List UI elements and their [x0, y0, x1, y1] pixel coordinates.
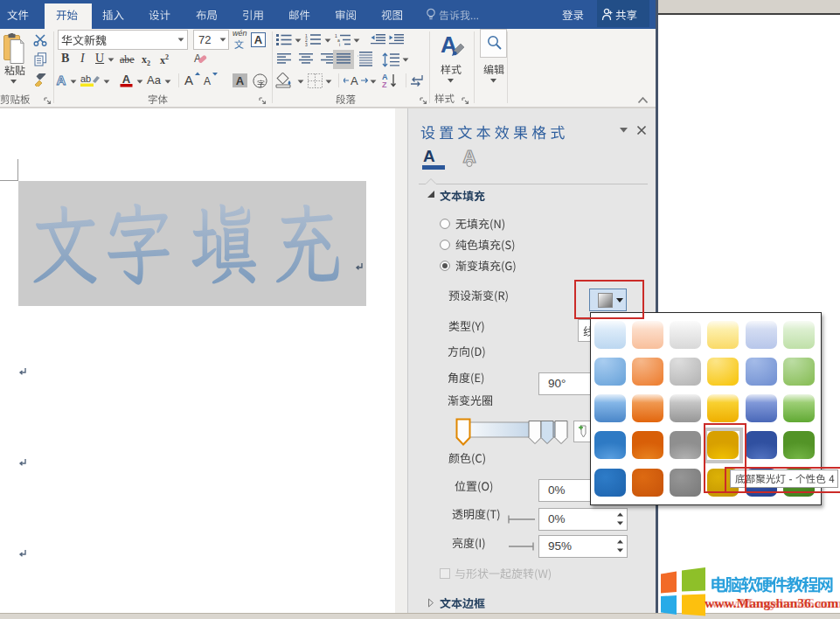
svg-text:A: A	[236, 74, 245, 87]
svg-text:A: A	[254, 33, 263, 46]
svg-text:i: i	[339, 42, 340, 46]
svg-text:ab: ab	[80, 73, 91, 84]
svg-text:A: A	[57, 73, 66, 87]
svg-text:A: A	[122, 73, 131, 86]
svg-text:3: 3	[305, 42, 308, 47]
svg-text:A: A	[351, 74, 358, 87]
svg-text:A: A	[204, 75, 211, 87]
svg-text:A: A	[184, 73, 193, 87]
svg-text:Z: Z	[382, 80, 387, 88]
